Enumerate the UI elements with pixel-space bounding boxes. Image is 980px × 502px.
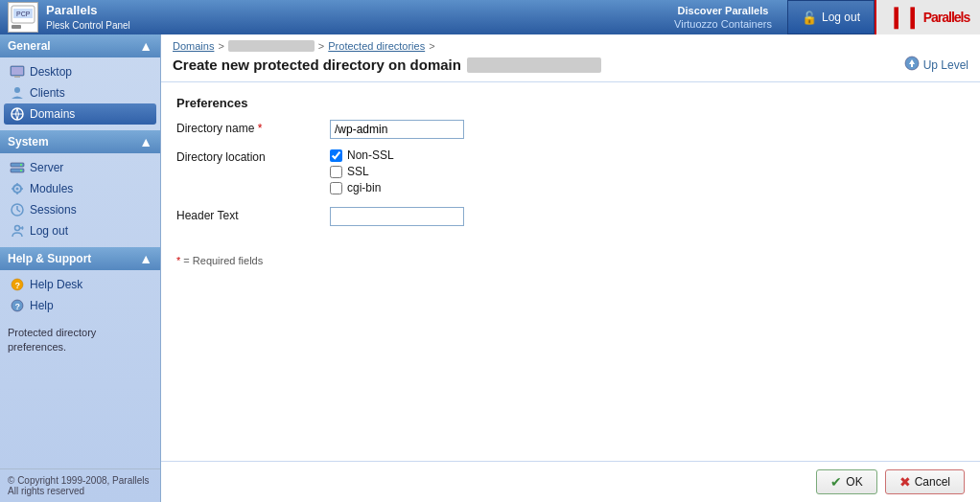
svg-point-23	[15, 226, 20, 231]
svg-rect-1	[12, 25, 21, 29]
sidebar-item-helpdesk[interactable]: ? Help Desk	[4, 274, 156, 295]
ok-icon: ✔	[830, 474, 842, 490]
cgibin-checkbox-row: cgi-bin	[330, 181, 965, 194]
ssl-checkbox[interactable]	[330, 166, 342, 178]
sidebar-item-modules[interactable]: Modules	[4, 178, 156, 199]
header-text-control	[330, 207, 965, 226]
breadcrumb: Domains > > Protected directories >	[161, 34, 980, 54]
logout-sidebar-icon	[10, 223, 25, 239]
svg-text:?: ?	[15, 281, 21, 290]
header-text-row: Header Text	[176, 207, 965, 226]
cgibin-label: cgi-bin	[347, 181, 381, 194]
cancel-icon: ✖	[899, 474, 911, 490]
app-subtitle: Plesk Control Panel	[46, 19, 130, 32]
svg-rect-5	[14, 76, 20, 78]
system-section-header[interactable]: System ▲	[0, 130, 160, 153]
help-section-header[interactable]: Help & Support ▲	[0, 247, 160, 270]
breadcrumb-domain-name	[228, 40, 315, 52]
svg-text:?: ?	[15, 302, 21, 311]
directory-location-row: Directory location Non-SSL SSL cgi-bin	[176, 148, 965, 197]
domains-label: Domains	[30, 107, 75, 121]
help-collapse-icon: ▲	[139, 251, 152, 266]
ssl-label: SSL	[347, 165, 369, 178]
help-items: ? Help Desk ? Help	[0, 270, 160, 320]
sessions-icon	[10, 202, 25, 217]
cgibin-checkbox[interactable]	[330, 182, 342, 194]
main-content: Domains > > Protected directories > Crea…	[161, 34, 980, 502]
app-title-block: Parallels Plesk Control Panel	[46, 3, 130, 32]
sidebar-item-help[interactable]: ? Help	[4, 295, 156, 316]
required-fields-note: * = Required fields	[176, 245, 965, 266]
breadcrumb-protected-dirs[interactable]: Protected directories	[328, 40, 425, 52]
sidebar-item-server[interactable]: Server	[4, 157, 156, 178]
desktop-icon	[10, 64, 25, 80]
svg-rect-6	[12, 67, 23, 75]
directory-name-label: Directory name *	[176, 120, 330, 135]
action-bar: ✔ OK ✖ Cancel	[161, 461, 980, 502]
helpdesk-icon: ?	[10, 277, 25, 292]
help-section: Help & Support ▲ ? Help Desk ? Help Prot…	[0, 247, 160, 361]
cancel-button[interactable]: ✖ Cancel	[885, 469, 965, 494]
svg-point-7	[14, 87, 20, 93]
sidebar-item-domains[interactable]: Domains	[4, 103, 156, 125]
helpdesk-label: Help Desk	[30, 278, 82, 291]
help-icon: ?	[10, 298, 25, 313]
general-section-header[interactable]: General ▲	[0, 34, 160, 57]
nonssl-label: Non-SSL	[347, 148, 394, 162]
logout-button[interactable]: 🔓 Log out	[787, 0, 875, 34]
help-label: Help	[30, 299, 54, 312]
parallels-logo: ❙❙ Parallels	[875, 0, 980, 34]
page-title: Create new protected directory on domain	[173, 57, 601, 73]
discover-parallels-link[interactable]: Discover Parallels Virtuozzo Containers	[659, 4, 787, 32]
preferences-title: Preferences	[176, 96, 965, 110]
system-section: System ▲ Server Modules	[0, 130, 160, 245]
nonssl-checkbox-row: Non-SSL	[330, 148, 965, 162]
sidebar-item-logout[interactable]: Log out	[4, 220, 156, 241]
clients-label: Clients	[30, 86, 65, 100]
general-collapse-icon: ▲	[139, 38, 152, 54]
general-section: General ▲ Desktop Clients	[0, 34, 160, 128]
sidebar-item-sessions[interactable]: Sessions	[4, 199, 156, 220]
directory-name-control	[330, 120, 965, 139]
header-text-label: Header Text	[176, 207, 330, 222]
help-context-text: Protected directory preferences.	[0, 320, 160, 361]
logout-icon: 🔓	[802, 11, 817, 25]
svg-point-15	[16, 188, 19, 191]
directory-location-control: Non-SSL SSL cgi-bin	[330, 148, 965, 197]
directory-name-input[interactable]	[330, 120, 464, 139]
directory-location-label: Directory location	[176, 148, 330, 164]
svg-line-22	[17, 210, 20, 212]
server-label: Server	[30, 161, 63, 174]
sidebar-footer: © Copyright 1999-2008, Parallels All rig…	[0, 468, 160, 502]
breadcrumb-domains[interactable]: Domains	[173, 40, 214, 52]
up-level-button[interactable]: Up Level	[904, 56, 968, 74]
desktop-label: Desktop	[30, 65, 72, 79]
sidebar-item-clients[interactable]: Clients	[4, 82, 156, 103]
svg-line-26	[22, 228, 23, 230]
required-star-dirname: *	[258, 122, 263, 135]
modules-label: Modules	[30, 182, 73, 195]
sessions-label: Sessions	[30, 203, 77, 217]
app-name: Parallels	[46, 3, 130, 19]
system-collapse-icon: ▲	[139, 134, 152, 149]
app-logo: PCP	[8, 2, 38, 33]
clients-icon	[10, 85, 25, 101]
logout-sidebar-label: Log out	[30, 224, 68, 238]
directory-name-row: Directory name *	[176, 120, 965, 139]
modules-icon	[10, 181, 25, 196]
svg-text:PCP: PCP	[16, 11, 31, 17]
domains-icon	[10, 106, 25, 122]
sidebar: General ▲ Desktop Clients	[0, 34, 161, 502]
sidebar-item-desktop[interactable]: Desktop	[4, 61, 156, 82]
svg-point-12	[20, 164, 22, 166]
up-level-icon	[904, 56, 920, 74]
general-items: Desktop Clients Domains	[0, 57, 160, 128]
nonssl-checkbox[interactable]	[330, 149, 342, 162]
system-items: Server Modules Sessions	[0, 153, 160, 245]
header-text-input[interactable]	[330, 207, 464, 226]
page-title-domain	[467, 57, 601, 73]
ok-button[interactable]: ✔ OK	[816, 469, 876, 494]
server-icon	[10, 160, 25, 175]
ssl-checkbox-row: SSL	[330, 165, 965, 178]
svg-point-13	[20, 170, 22, 171]
